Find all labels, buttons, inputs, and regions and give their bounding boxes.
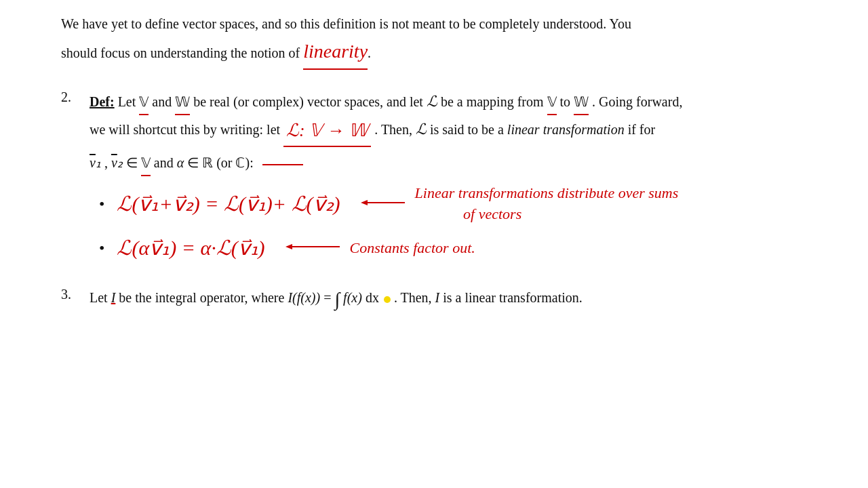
l-mapping-annotation: ℒ: 𝕍 → 𝕎 bbox=[283, 115, 371, 148]
def-text-1: Let bbox=[118, 94, 140, 109]
sec3-text-5: is a linear transformation. bbox=[443, 290, 583, 305]
arrow-left-1 bbox=[361, 192, 408, 216]
linear-transform-label: linear transformation bbox=[507, 122, 625, 137]
alpha-sym: α bbox=[177, 155, 184, 170]
sec3-dx: dx bbox=[366, 290, 379, 305]
comma-1: , bbox=[104, 155, 111, 170]
bullet-2-annotation-text: Constants factor out. bbox=[350, 238, 475, 259]
bullet-dot-2: • bbox=[99, 240, 104, 256]
def-line-1: Def: Let 𝕍 and 𝕎 be real (or complex) ve… bbox=[90, 89, 807, 115]
page-container: We have yet to define vector spaces, and… bbox=[0, 0, 868, 345]
svg-marker-3 bbox=[285, 244, 292, 249]
vec-alpha-condition: v₁ , v₂ ∈ 𝕍 and α ∈ ℝ (or ℂ): bbox=[90, 151, 807, 176]
section-2-number: 2. bbox=[61, 89, 90, 105]
sec3-text-1: Let bbox=[90, 290, 111, 305]
section-3-row: 3. Let I be the integral operator, where… bbox=[61, 286, 807, 310]
def-text-3: be a mapping from bbox=[441, 94, 547, 109]
shortcut-text-1: we will shortcut this by writing: let bbox=[90, 122, 283, 137]
vector-space-W-2: 𝕎 bbox=[574, 90, 589, 115]
L-ref: ℒ bbox=[416, 121, 427, 138]
section-3: 3. Let I be the integral operator, where… bbox=[61, 286, 807, 310]
mapping-L: ℒ bbox=[427, 93, 437, 110]
section-2-header-row: 2. Def: Let 𝕍 and 𝕎 be real (or complex)… bbox=[61, 89, 807, 272]
v2-sub: ₂ bbox=[117, 155, 123, 170]
vec-v2: v bbox=[111, 155, 117, 170]
linearity-annotation: linearity bbox=[303, 35, 368, 70]
bullet-1: • ℒ(v⃑₁+v⃑₂) = ℒ(v⃑₁)+ ℒ(v⃑₂) bbox=[99, 183, 807, 225]
sec3-text-4: . Then, bbox=[394, 290, 435, 305]
section-3-content: Let I be the integral operator, where I(… bbox=[90, 286, 583, 310]
v1-sub: ₁ bbox=[96, 155, 101, 170]
intro-paragraph: We have yet to define vector spaces, and… bbox=[61, 12, 807, 70]
cursor-dot bbox=[384, 296, 391, 303]
intro-period: . bbox=[368, 45, 371, 60]
shortcut-text-4: if for bbox=[628, 122, 656, 137]
def-label: Def: bbox=[90, 94, 115, 109]
shortcut-text-3: is said to be a bbox=[430, 122, 507, 137]
in-R: ∈ ℝ (or ℂ): bbox=[187, 155, 254, 170]
def-text-4: to bbox=[560, 94, 574, 109]
and-text: and bbox=[152, 94, 175, 109]
sec3-equals: = bbox=[323, 290, 334, 305]
f-x-integrand: f(x) bbox=[343, 290, 362, 305]
svg-marker-1 bbox=[361, 200, 368, 205]
bullet-1-formula: ℒ(v⃑₁+v⃑₂) = ℒ(v⃑₁)+ ℒ(v⃑₂) bbox=[117, 186, 340, 222]
vector-space-V-2: 𝕍 bbox=[547, 90, 557, 115]
I-ref: I bbox=[435, 290, 440, 305]
intro-text-2: should focus on understanding the notion… bbox=[61, 45, 300, 60]
in-V: ∈ bbox=[126, 155, 141, 170]
bullet-list: • ℒ(v⃑₁+v⃑₂) = ℒ(v⃑₁)+ ℒ(v⃑₂) bbox=[99, 183, 807, 266]
vector-space-V: 𝕍 bbox=[139, 90, 149, 115]
sec3-text-2: be the integral operator, where bbox=[119, 290, 288, 305]
bullet-1-annotation-text: Linear transformations distribute over s… bbox=[415, 183, 679, 225]
bullet-2-annotation-block: Constants factor out. bbox=[285, 236, 475, 260]
bullet-1-annotation-block: Linear transformations distribute over s… bbox=[361, 183, 679, 225]
bullet-1-container: ℒ(v⃑₁+v⃑₂) = ℒ(v⃑₁)+ ℒ(v⃑₂) Linear trans… bbox=[117, 183, 807, 225]
shortcut-text-2: . Then, bbox=[374, 122, 416, 137]
bullet-2-formula: ℒ(αv⃑₁) = α·ℒ(v⃑₁) bbox=[117, 230, 264, 266]
bullet-2-container: ℒ(αv⃑₁) = α·ℒ(v⃑₁) Constants factor out. bbox=[117, 230, 807, 266]
bullet-dot-1: • bbox=[99, 196, 104, 212]
def-line-2: we will shortcut this by writing: let ℒ:… bbox=[90, 115, 807, 148]
def-text-2: be real (or complex) vector spaces, and … bbox=[193, 94, 427, 109]
vector-space-V-cond: 𝕍 bbox=[141, 151, 151, 176]
v1-underline-decoration bbox=[262, 164, 303, 165]
integral-symbol: ∫ bbox=[334, 290, 340, 309]
intro-text-1: We have yet to define vector spaces, and… bbox=[61, 16, 631, 31]
integral-operator-I: I bbox=[111, 290, 116, 305]
and-alpha: and bbox=[154, 155, 177, 170]
section-2-content: Def: Let 𝕍 and 𝕎 be real (or complex) ve… bbox=[90, 89, 807, 272]
I-f-x: I(f(x)) bbox=[288, 290, 320, 305]
def-text-5: . Going forward, bbox=[592, 94, 682, 109]
bullet-2: • ℒ(αv⃑₁) = α·ℒ(v⃑₁) Constan bbox=[99, 230, 807, 266]
section-3-number: 3. bbox=[61, 286, 90, 302]
arrow-left-2 bbox=[285, 236, 343, 260]
red-arrow-svg-2 bbox=[285, 241, 343, 252]
red-arrow-svg-1 bbox=[361, 197, 408, 208]
vec-v1: v bbox=[90, 155, 96, 170]
vector-space-W: 𝕎 bbox=[175, 90, 190, 115]
section-2: 2. Def: Let 𝕍 and 𝕎 be real (or complex)… bbox=[61, 89, 807, 272]
